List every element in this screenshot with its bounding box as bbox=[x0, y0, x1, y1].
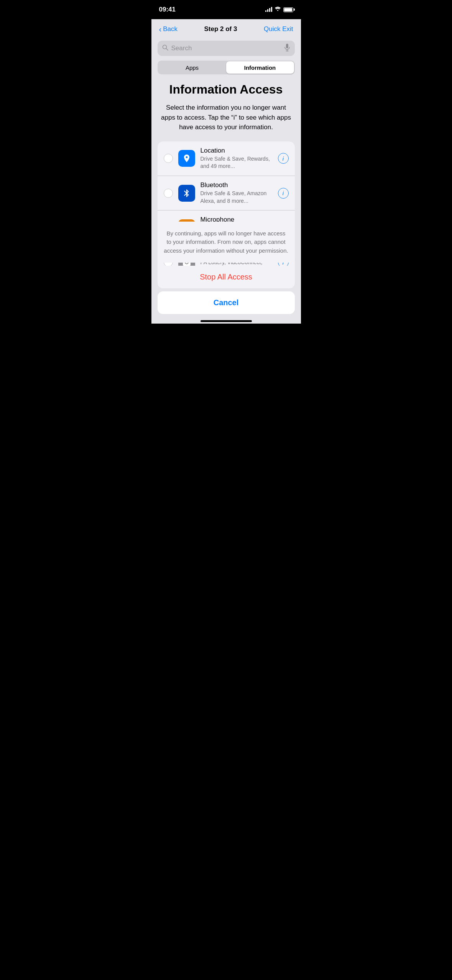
nav-bar: ‹ Back Step 2 of 3 Quick Exit bbox=[151, 19, 301, 38]
segment-control: Apps Information bbox=[158, 61, 295, 74]
signal-bars-icon bbox=[265, 7, 272, 12]
list-item[interactable]: Bluetooth Drive Safe & Save, Amazon Alex… bbox=[158, 176, 295, 210]
tab-information[interactable]: Information bbox=[226, 61, 294, 74]
bluetooth-text: Bluetooth Drive Safe & Save, Amazon Alex… bbox=[201, 181, 273, 205]
location-text: Location Drive Safe & Save, Rewards, and… bbox=[201, 147, 273, 170]
main-content: ‹ Back Step 2 of 3 Quick Exit Search bbox=[151, 19, 301, 324]
search-bar[interactable]: Search bbox=[158, 41, 295, 56]
back-button[interactable]: ‹ Back bbox=[159, 25, 178, 33]
bluetooth-icon bbox=[178, 185, 195, 202]
battery-icon bbox=[283, 7, 293, 12]
modal-action-sheet: Stop All Access bbox=[158, 266, 295, 288]
location-info-button[interactable]: i bbox=[278, 153, 289, 164]
svg-rect-2 bbox=[286, 44, 288, 48]
quick-exit-button[interactable]: Quick Exit bbox=[264, 25, 293, 33]
back-chevron-icon: ‹ bbox=[159, 25, 162, 33]
search-placeholder: Search bbox=[171, 44, 281, 52]
wifi-icon bbox=[274, 7, 281, 13]
stop-all-access-button[interactable]: Stop All Access bbox=[158, 266, 295, 288]
list-item[interactable]: Location Drive Safe & Save, Rewards, and… bbox=[158, 141, 295, 176]
radio-location[interactable] bbox=[164, 154, 173, 163]
phone-frame: 09:41 ‹ B bbox=[151, 0, 301, 324]
back-label: Back bbox=[163, 25, 178, 33]
status-time: 09:41 bbox=[159, 6, 176, 13]
nav-title: Step 2 of 3 bbox=[204, 25, 237, 33]
page-subtitle: Select the information you no longer wan… bbox=[159, 103, 293, 132]
title-section: Information Access Select the informatio… bbox=[151, 82, 301, 141]
modal-sheet: By continuing, apps will no longer have … bbox=[151, 222, 301, 324]
status-bar: 09:41 bbox=[151, 0, 301, 19]
home-indicator bbox=[151, 317, 301, 324]
svg-line-1 bbox=[166, 49, 168, 51]
modal-notice: By continuing, apps will no longer have … bbox=[158, 222, 295, 263]
status-icons bbox=[265, 7, 293, 13]
location-icon bbox=[178, 150, 195, 167]
page-title: Information Access bbox=[159, 82, 293, 97]
search-container: Search bbox=[151, 38, 301, 61]
search-icon bbox=[162, 44, 168, 52]
radio-bluetooth[interactable] bbox=[164, 189, 173, 198]
microphone-search-icon[interactable] bbox=[284, 44, 290, 53]
home-bar bbox=[201, 320, 252, 322]
tab-apps[interactable]: Apps bbox=[158, 61, 226, 74]
modal-cancel-container: Cancel bbox=[158, 291, 295, 314]
modal-notice-text: By continuing, apps will no longer have … bbox=[164, 229, 289, 255]
bluetooth-info-button[interactable]: i bbox=[278, 188, 289, 199]
cancel-button[interactable]: Cancel bbox=[158, 291, 295, 314]
